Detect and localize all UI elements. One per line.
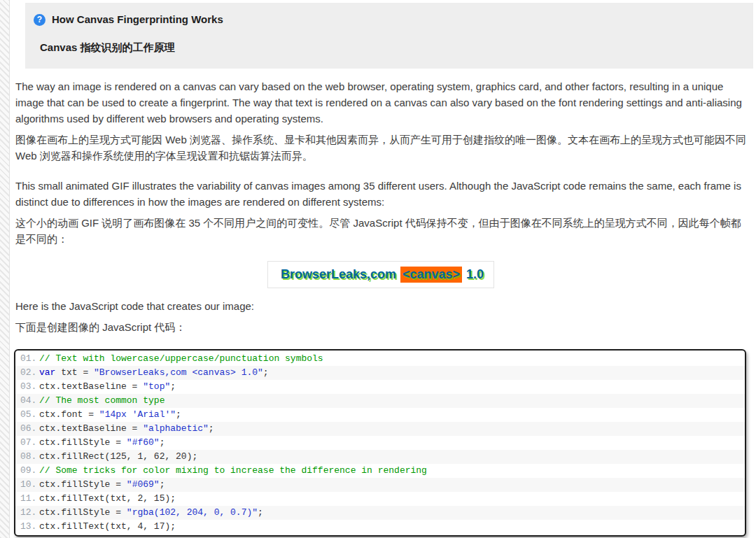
paragraph-gif-zh: 这个小的动画 GIF 说明了画布图像在 35 个不同用户之间的可变性。尽管 Ja… bbox=[15, 215, 746, 247]
paragraph-code-intro-zh: 下面是创建图像的 JavaScript 代码： bbox=[15, 319, 746, 335]
code-line: 08.ctx.fillRect(125, 1, 62, 20); bbox=[15, 450, 745, 464]
code-block-lines: 01.// Text with lowercase/uppercase/punc… bbox=[15, 352, 745, 534]
section-title-zh: Canvas 指纹识别的工作原理 bbox=[40, 41, 742, 55]
code-line-text: ctx.textBaseline = ″top″; bbox=[39, 380, 176, 394]
code-line-text: ctx.fillText(txt, 2, 15); bbox=[39, 492, 176, 506]
javascript-code-block: 01.// Text with lowercase/uppercase/punc… bbox=[14, 349, 746, 537]
code-line-text: ctx.fillStyle = ″rgba(102, 204, 0, 0.7)″… bbox=[39, 506, 263, 520]
code-line: 05.ctx.font = ″14px 'Arial'″; bbox=[15, 408, 745, 422]
code-line-number: 05. bbox=[15, 408, 39, 422]
paragraph-code-intro-en: Here is the JavaScript code that creates… bbox=[15, 298, 746, 314]
canvas-demo-text-tag: <canvas> bbox=[400, 267, 462, 283]
code-line: 06.ctx.textBaseline = ″alphabetic″; bbox=[15, 422, 745, 436]
code-line: 07.ctx.fillStyle = ″#f60″; bbox=[15, 436, 745, 450]
article-page: ? How Canvas Fingerprinting Works Canvas… bbox=[10, 0, 756, 538]
code-line-text: ctx.textBaseline = ″alphabetic″; bbox=[39, 422, 214, 436]
code-line-number: 03. bbox=[15, 380, 39, 394]
code-line: 09.// Some tricks for color mixing to in… bbox=[15, 464, 745, 478]
code-line-text: ctx.fillRect(125, 1, 62, 20); bbox=[39, 450, 197, 464]
code-line: 02.var txt = ″BrowserLeaks,com <canvas> … bbox=[15, 366, 745, 380]
code-line-number: 13. bbox=[15, 520, 39, 534]
code-line-text: ctx.fillStyle = ″#069″; bbox=[39, 478, 164, 492]
code-line-text: // Some tricks for color mixing to incre… bbox=[39, 464, 427, 478]
canvas-demo-text-version: 1.0 bbox=[463, 267, 484, 282]
code-line: 04.// The most common type bbox=[15, 394, 745, 408]
canvas-demo-text-main: BrowserLeaks,com bbox=[281, 267, 400, 282]
code-line-number: 08. bbox=[15, 450, 39, 464]
canvas-demo-image-wrap: BrowserLeaks,com <canvas> 1.0 bbox=[15, 261, 746, 287]
section-title-en: How Canvas Fingerprinting Works bbox=[52, 13, 223, 27]
code-line-text: // The most common type bbox=[39, 394, 164, 408]
question-mark-icon: ? bbox=[34, 14, 46, 26]
code-line-text: var txt = ″BrowserLeaks,com <canvas> 1.0… bbox=[39, 366, 269, 380]
code-line-number: 10. bbox=[15, 478, 39, 492]
code-line-text: ctx.fillText(txt, 4, 17); bbox=[39, 520, 176, 534]
section-title-row: ? How Canvas Fingerprinting Works bbox=[34, 13, 742, 27]
code-line: 01.// Text with lowercase/uppercase/punc… bbox=[15, 352, 745, 366]
paragraph-gif-en: This small animated GIF illustrates the … bbox=[15, 178, 746, 210]
code-line-number: 11. bbox=[15, 492, 39, 506]
code-line-number: 06. bbox=[15, 422, 39, 436]
page-edge-stripes bbox=[0, 0, 10, 538]
code-line-text: ctx.font = ″14px 'Arial'″; bbox=[39, 408, 181, 422]
paragraph-intro-en: The way an image is rendered on a canvas… bbox=[15, 78, 746, 127]
paragraph-intro-zh: 图像在画布上的呈现方式可能因 Web 浏览器、操作系统、显卡和其他因素而异，从而… bbox=[15, 132, 746, 164]
code-line-number: 09. bbox=[15, 464, 39, 478]
code-line-number: 01. bbox=[15, 352, 39, 366]
code-line: 03.ctx.textBaseline = ″top″; bbox=[15, 380, 745, 394]
section-header-callout: ? How Canvas Fingerprinting Works Canvas… bbox=[25, 3, 753, 69]
code-line-number: 02. bbox=[15, 366, 39, 380]
code-line: 10.ctx.fillStyle = ″#069″; bbox=[15, 478, 745, 492]
code-line: 12.ctx.fillStyle = ″rgba(102, 204, 0, 0.… bbox=[15, 506, 745, 520]
code-line-text: ctx.fillStyle = ″#f60″; bbox=[39, 436, 164, 450]
code-line-number: 12. bbox=[15, 506, 39, 520]
canvas-fingerprint-demo-image: BrowserLeaks,com <canvas> 1.0 bbox=[267, 261, 494, 288]
article-content: The way an image is rendered on a canvas… bbox=[10, 78, 756, 537]
code-line: 13.ctx.fillText(txt, 4, 17); bbox=[15, 520, 745, 534]
code-line: 11.ctx.fillText(txt, 2, 15); bbox=[15, 492, 745, 506]
code-line-number: 07. bbox=[15, 436, 39, 450]
code-line-text: // Text with lowercase/uppercase/punctua… bbox=[39, 352, 323, 366]
code-line-number: 04. bbox=[15, 394, 39, 408]
